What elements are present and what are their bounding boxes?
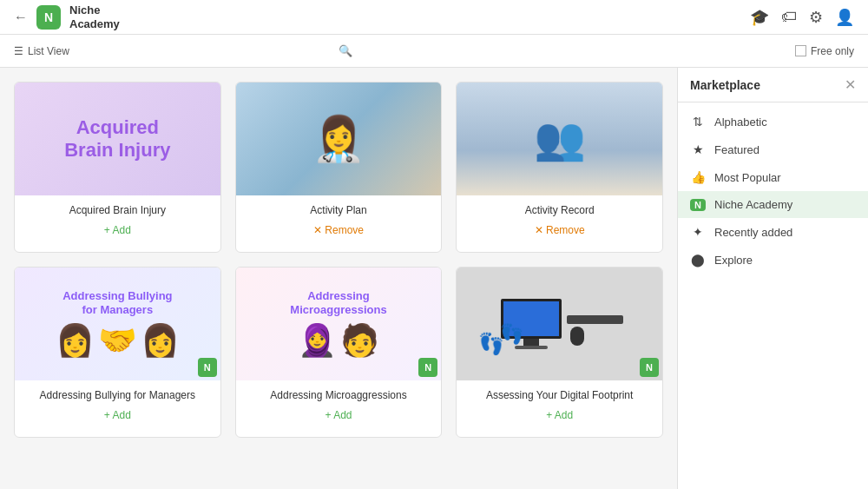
card-addressing-bullying: Addressing Bullyingfor Managers 👩🤝👩 N Ad…: [14, 267, 221, 438]
back-button[interactable]: ←: [14, 10, 28, 25]
sidebar-item-label: Recently added: [714, 226, 792, 239]
card-title: Addressing Bullying for Managers: [40, 389, 195, 401]
recently-added-icon: ✦: [690, 225, 706, 239]
add-button[interactable]: + Add: [104, 224, 131, 236]
star-icon: ★: [690, 142, 706, 156]
logo-icon: N: [36, 5, 61, 30]
logo-text: Niche Academy: [69, 3, 120, 30]
card-title: Assessing Your Digital Footprint: [486, 389, 633, 401]
card-thumbnail-image: 👥: [457, 83, 662, 195]
card-body: Addressing Bullying for Managers + Add: [15, 380, 220, 437]
sidebar-item-label: Explore: [714, 254, 753, 267]
card-thumb-text: AddressingMicroaggressions: [290, 289, 386, 316]
thumbs-up-icon: 👍: [690, 170, 706, 184]
remove-button[interactable]: ✕ Remove: [313, 224, 364, 236]
niche-badge: N: [640, 358, 659, 377]
card-body: Activity Record ✕ Remove: [457, 195, 662, 252]
card-title: Addressing Microaggressions: [270, 389, 406, 401]
sidebar-item-label: Niche Academy: [714, 198, 792, 211]
list-view-label: List View: [28, 45, 69, 57]
header-left: ← N Niche Academy: [14, 3, 120, 30]
content-area: AcquiredBrain Injury Acquired Brain Inju…: [0, 68, 677, 489]
card-digital-footprint: 👣 👣: [456, 267, 663, 438]
settings-icon[interactable]: ⚙: [809, 8, 823, 27]
card-activity-plan: 👩‍⚕️ Activity Plan ✕ Remove: [235, 82, 443, 253]
card-action: + Add: [325, 408, 352, 428]
add-button[interactable]: + Add: [546, 409, 573, 421]
card-body: Addressing Microaggressions + Add: [236, 380, 442, 437]
cards-grid: AcquiredBrain Injury Acquired Brain Inju…: [14, 82, 663, 438]
sidebar-item-alphabetic[interactable]: ⇅ Alphabetic: [678, 108, 868, 135]
free-only-checkbox[interactable]: [795, 45, 806, 56]
sidebar-items: ⇅ Alphabetic ★ Featured 👍 Most Popular N…: [678, 102, 868, 279]
card-thumbnail: 👩‍⚕️: [236, 83, 442, 195]
tag-icon[interactable]: 🏷: [781, 8, 797, 26]
free-only-filter[interactable]: Free only: [795, 45, 854, 57]
sidebar-header: Marketplace ✕: [678, 68, 868, 102]
search-icon: 🔍: [339, 44, 352, 57]
card-title: Activity Plan: [310, 204, 366, 216]
header-icons: 🎓 🏷 ⚙ 👤: [750, 8, 854, 27]
niche-badge: N: [418, 358, 437, 377]
card-action: ✕ Remove: [535, 223, 585, 243]
list-view-icon: ☰: [14, 45, 23, 57]
card-acquired-brain-injury: AcquiredBrain Injury Acquired Brain Inju…: [14, 82, 221, 253]
search-wrapper: 🔍: [83, 44, 781, 57]
sort-icon: ⇅: [690, 115, 706, 129]
sidebar-item-label: Alphabetic: [714, 116, 767, 129]
sidebar: Marketplace ✕ ⇅ Alphabetic ★ Featured 👍 …: [677, 68, 868, 489]
card-action: + Add: [104, 408, 131, 428]
card-thumbnail: Addressing Bullyingfor Managers 👩🤝👩 N: [15, 268, 220, 380]
user-icon[interactable]: 👤: [835, 8, 854, 27]
card-body: Activity Plan ✕ Remove: [236, 195, 442, 252]
card-title: Activity Record: [525, 204, 595, 216]
list-view-button[interactable]: ☰ List View: [14, 45, 69, 57]
card-thumb-text: AcquiredBrain Injury: [64, 116, 170, 162]
card-thumbnail: 👣 👣: [457, 268, 662, 380]
sidebar-item-explore[interactable]: ⬤ Explore: [678, 246, 868, 274]
remove-button[interactable]: ✕ Remove: [535, 224, 585, 236]
card-activity-record: 👥 Activity Record ✕ Remove: [456, 82, 663, 253]
card-body: Assessing Your Digital Footprint + Add: [457, 380, 662, 437]
sidebar-close-button[interactable]: ✕: [845, 76, 856, 93]
sidebar-title: Marketplace: [690, 78, 760, 92]
card-thumbnail: AddressingMicroaggressions 🧕🧑 N: [236, 268, 442, 380]
digital-illustration: 👣 👣: [457, 268, 662, 380]
main-layout: AcquiredBrain Injury Acquired Brain Inju…: [0, 68, 868, 489]
card-action: + Add: [546, 408, 573, 428]
sidebar-item-featured[interactable]: ★ Featured: [678, 135, 868, 163]
add-button[interactable]: + Add: [325, 409, 352, 421]
toolbar: ☰ List View 🔍 Free only: [0, 35, 868, 68]
sidebar-item-recently-added[interactable]: ✦ Recently added: [678, 218, 868, 246]
card-thumbnail: 👥: [457, 83, 662, 195]
sidebar-item-label: Featured: [714, 143, 760, 156]
card-thumb-text: Addressing Bullyingfor Managers: [62, 289, 172, 316]
search-input[interactable]: [352, 44, 526, 57]
add-button[interactable]: + Add: [104, 409, 131, 421]
free-only-label: Free only: [811, 45, 854, 57]
sidebar-item-label: Most Popular: [714, 171, 781, 184]
niche-logo-icon: N: [690, 199, 706, 211]
sidebar-item-most-popular[interactable]: 👍 Most Popular: [678, 163, 868, 191]
niche-badge: N: [198, 358, 217, 377]
explore-icon: ⬤: [690, 253, 706, 267]
card-thumbnail-image: 👩‍⚕️: [236, 83, 442, 195]
card-thumbnail: AcquiredBrain Injury: [15, 83, 220, 195]
card-addressing-microaggressions: AddressingMicroaggressions 🧕🧑 N Addressi…: [235, 267, 443, 438]
card-title: Acquired Brain Injury: [69, 204, 166, 216]
card-body: Acquired Brain Injury + Add: [15, 195, 220, 252]
sidebar-item-niche-academy[interactable]: N Niche Academy: [678, 191, 868, 218]
card-action: + Add: [104, 223, 131, 243]
card-action: ✕ Remove: [313, 223, 364, 243]
header: ← N Niche Academy 🎓 🏷 ⚙ 👤: [0, 0, 868, 35]
graduation-icon[interactable]: 🎓: [750, 8, 769, 27]
